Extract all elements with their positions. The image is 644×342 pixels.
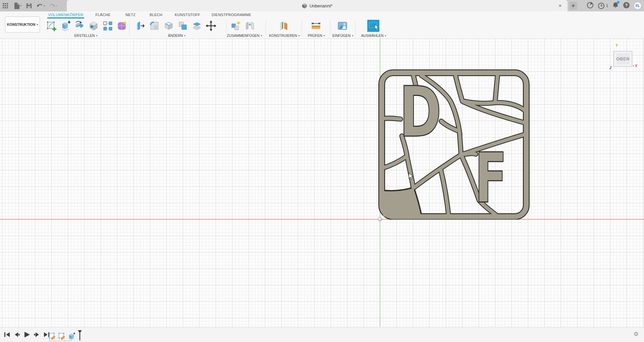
caret-down-icon: ▾ xyxy=(352,34,353,37)
redo-caret-icon[interactable]: ▾ xyxy=(56,4,57,7)
timeline-position-marker[interactable] xyxy=(77,330,82,342)
group-separator xyxy=(330,20,330,36)
notification-bell-icon[interactable] xyxy=(612,2,619,10)
viewcube[interactable]: OBEN xyxy=(613,51,632,67)
create-sketch-icon[interactable] xyxy=(46,20,57,31)
caret-down-icon: ▾ xyxy=(299,34,300,37)
go-to-start-button[interactable] xyxy=(3,331,11,340)
insert-image-icon[interactable] xyxy=(337,20,348,31)
konstruktion-label: KONSTRUKTION xyxy=(7,22,36,26)
caret-down-icon: ▾ xyxy=(261,34,262,37)
tab-volumenkoerper[interactable]: VOLUMENKÖRPER xyxy=(48,13,84,17)
tab-flaeche[interactable]: FLÄCHE xyxy=(95,13,110,17)
mouse-cursor xyxy=(409,173,415,180)
extrude-icon[interactable] xyxy=(60,20,71,31)
measure-icon[interactable] xyxy=(310,20,321,31)
x-axis-line xyxy=(0,219,644,220)
step-back-button[interactable] xyxy=(13,331,20,340)
select-icon[interactable] xyxy=(367,19,380,32)
move-icon[interactable] xyxy=(205,20,216,31)
job-status-icon[interactable] xyxy=(598,2,605,9)
joint-icon[interactable] xyxy=(244,20,255,31)
group-separator xyxy=(129,20,129,36)
group-separator xyxy=(355,20,356,36)
shell-icon[interactable] xyxy=(163,20,174,31)
help-icon[interactable]: ? xyxy=(623,2,630,10)
rectangular-pattern-icon[interactable] xyxy=(102,20,113,31)
file-menu-caret-icon[interactable]: ▾ xyxy=(20,4,21,7)
hole-icon[interactable] xyxy=(88,20,99,31)
extensions-icon[interactable] xyxy=(587,2,594,10)
group-auswaehlen-icons xyxy=(367,19,380,32)
group-label-auswaehlen[interactable]: AUSWÄHLEN▾ xyxy=(361,34,386,38)
caret-down-icon: ▾ xyxy=(324,34,325,37)
group-label-erstellen[interactable]: ERSTELLEN▾ xyxy=(74,34,97,38)
group-konstruieren-icons xyxy=(278,20,289,31)
model-body[interactable]: D F xyxy=(378,68,530,220)
create-form-icon[interactable] xyxy=(116,20,127,31)
group-label-pruefen[interactable]: PRÜFEN▾ xyxy=(308,34,325,38)
caret-down-icon: ▾ xyxy=(96,34,98,37)
active-tab-underline xyxy=(47,17,84,18)
timeline-bar: ⚙ xyxy=(0,327,644,342)
model-letter-f: F xyxy=(475,138,507,218)
tab-kunststoff[interactable]: KUNSTSTOFF xyxy=(175,13,200,17)
combine-icon[interactable] xyxy=(177,20,188,31)
axis-z-label: Z xyxy=(609,66,612,70)
save-icon[interactable] xyxy=(26,3,32,9)
revolve-icon[interactable] xyxy=(74,20,85,31)
undo-caret-icon[interactable]: ▾ xyxy=(44,4,45,7)
axis-x-label: X xyxy=(635,64,637,68)
notification-dot xyxy=(617,1,620,4)
undo-icon[interactable]: ▾ xyxy=(37,3,45,8)
model-letter-d: D xyxy=(399,71,441,153)
press-pull-icon[interactable] xyxy=(135,20,146,31)
timeline-group-bracket xyxy=(49,339,62,341)
play-button[interactable] xyxy=(23,331,31,340)
group-label-zusammenfuegen[interactable]: ZUSAMMENFÜGEN▾ xyxy=(227,34,262,38)
timeline-group-bracket xyxy=(64,339,71,341)
job-status-count: 1 xyxy=(606,4,608,8)
konstruktion-caret-icon: ▾ xyxy=(37,23,38,26)
caret-down-icon: ▾ xyxy=(385,34,386,37)
axis-y-label: Y xyxy=(615,43,618,47)
document-tab[interactable]: Unbenannt* × xyxy=(67,0,568,11)
close-tab-icon[interactable]: × xyxy=(557,2,564,9)
titlebar: ▾ ▾ ▾ Unbenannt* × + xyxy=(0,0,644,11)
group-separator xyxy=(302,20,302,36)
tab-blech[interactable]: BLECH xyxy=(150,13,162,17)
new-tab-button[interactable]: + xyxy=(569,2,577,10)
group-aendern-icons xyxy=(135,20,216,31)
tab-netz[interactable]: NETZ xyxy=(125,13,136,17)
group-erstellen-icons xyxy=(46,20,127,31)
group-pruefen-icons xyxy=(310,20,321,31)
avatar[interactable]: FL xyxy=(634,2,641,9)
viewcube-face-label[interactable]: OBEN xyxy=(616,56,630,61)
step-forward-button[interactable] xyxy=(33,331,41,340)
group-label-aendern[interactable]: ÄNDERN▾ xyxy=(168,34,185,38)
split-body-icon[interactable] xyxy=(191,20,202,31)
viewport[interactable]: D F OBEN Y X Z xyxy=(0,39,644,327)
group-einfuegen-icons xyxy=(337,20,348,31)
group-zusammenfuegen-icons xyxy=(230,20,255,31)
tab-dienstprogramme[interactable]: DIENSTPROGRAMME xyxy=(212,13,251,17)
group-separator xyxy=(226,20,226,36)
timeline-settings-gear-icon[interactable]: ⚙ xyxy=(634,331,639,338)
file-menu-icon[interactable]: ▾ xyxy=(14,3,21,9)
ribbon-toolbar: VOLUMENKÖRPER FLÄCHE NETZ BLECH KUNSTSTO… xyxy=(0,11,644,39)
construction-plane-icon[interactable] xyxy=(278,20,289,31)
svg-text:?: ? xyxy=(625,3,628,8)
titlebar-app-icons: ▾ ▾ ▾ xyxy=(0,0,67,11)
fillet-icon[interactable] xyxy=(149,20,160,31)
caret-down-icon: ▾ xyxy=(184,34,185,37)
group-separator xyxy=(266,20,266,36)
group-label-konstruieren[interactable]: KONSTRUIEREN▾ xyxy=(269,34,300,38)
new-component-icon[interactable] xyxy=(230,20,241,31)
group-label-einfuegen[interactable]: EINFÜGEN▾ xyxy=(332,34,353,38)
axis-x-dot xyxy=(633,65,634,66)
document-cube-icon xyxy=(302,3,307,8)
app-grid-icon[interactable] xyxy=(3,3,8,8)
konstruktion-dropdown[interactable]: KONSTRUKTION ▾ xyxy=(5,16,40,33)
document-title: Unbenannt* xyxy=(310,3,333,8)
redo-icon[interactable]: ▾ xyxy=(49,3,57,8)
